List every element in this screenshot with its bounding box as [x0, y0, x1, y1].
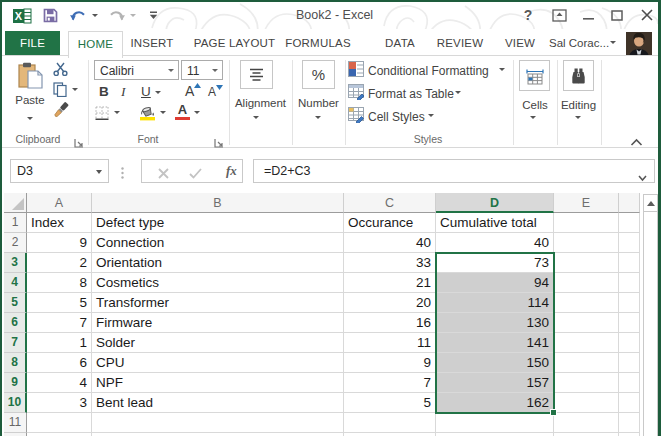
formula-input[interactable]: =D2+C3: [253, 159, 655, 183]
cell-F11[interactable]: [619, 413, 640, 433]
number-button-icon[interactable]: %: [302, 60, 335, 89]
decrease-font-size-button[interactable]: A: [208, 85, 223, 99]
cell-C8[interactable]: 9: [344, 353, 436, 373]
name-box-caret[interactable]: [96, 170, 102, 174]
copy-dropdown-caret[interactable]: [72, 88, 78, 91]
tab-page-layout[interactable]: PAGE LAYOUT: [188, 31, 281, 55]
account-dropdown-caret[interactable]: [610, 41, 616, 44]
clipboard-dialog-launcher-icon[interactable]: [74, 134, 84, 144]
editing-dropdown-caret[interactable]: [575, 116, 581, 119]
cell-E10[interactable]: [554, 393, 619, 413]
cell-B7[interactable]: Solder: [92, 333, 344, 353]
font-dialog-launcher-icon[interactable]: [214, 134, 224, 144]
cell-B10[interactable]: Bent lead: [92, 393, 344, 413]
alignment-dropdown-caret[interactable]: [253, 116, 259, 119]
cell-E4[interactable]: [554, 273, 619, 293]
cell-C11[interactable]: [344, 413, 436, 433]
cell-B8[interactable]: CPU: [92, 353, 344, 373]
cell-B3[interactable]: Orientation: [92, 253, 344, 273]
expand-formula-bar-icon[interactable]: [638, 168, 647, 186]
cancel-icon[interactable]: [158, 165, 169, 183]
redo-dropdown-caret[interactable]: [128, 6, 138, 25]
enter-icon[interactable]: [189, 165, 202, 183]
cell-A7[interactable]: 1: [27, 333, 92, 353]
cell-B1[interactable]: Defect type: [92, 213, 344, 233]
column-header-B[interactable]: B: [92, 193, 344, 213]
cell-E6[interactable]: [554, 313, 619, 333]
scrollbar-thumb[interactable]: [644, 213, 657, 436]
column-header-partial[interactable]: [619, 193, 640, 213]
copy-icon[interactable]: [53, 82, 68, 101]
fill-color-button-icon[interactable]: [139, 104, 156, 125]
tab-view[interactable]: VIEW: [500, 31, 540, 55]
cell-C3[interactable]: 33: [344, 253, 436, 273]
cell-E1[interactable]: [554, 213, 619, 233]
insert-function-icon[interactable]: fx: [226, 163, 237, 179]
cell-D1[interactable]: Cumulative total: [436, 213, 554, 233]
cell-D8[interactable]: 150: [436, 353, 554, 373]
cell-F3[interactable]: [619, 253, 640, 273]
font-size-combobox[interactable]: 11: [181, 60, 223, 80]
cell-F8[interactable]: [619, 353, 640, 373]
minimize-button[interactable]: [580, 2, 596, 28]
cells-group-button-label[interactable]: Cells: [513, 99, 557, 111]
cell-C1[interactable]: Occurance: [344, 213, 436, 233]
account-name[interactable]: Sal Corac...: [549, 31, 609, 55]
format-painter-icon[interactable]: [52, 102, 70, 123]
tab-file[interactable]: FILE: [5, 31, 60, 56]
cell-B5[interactable]: Transformer: [92, 293, 344, 313]
row-header-10[interactable]: 10: [4, 393, 27, 413]
cell-A5[interactable]: 5: [27, 293, 92, 313]
cell-B4[interactable]: Cosmetics: [92, 273, 344, 293]
cell-E5[interactable]: [554, 293, 619, 313]
editing-group-button-label[interactable]: Editing: [555, 99, 602, 111]
cell-D2[interactable]: 40: [436, 233, 554, 253]
font-name-combobox[interactable]: Calibri: [94, 60, 179, 80]
cell-E11[interactable]: [554, 413, 619, 433]
cell-E2[interactable]: [554, 233, 619, 253]
cell-D4[interactable]: 94: [436, 273, 554, 293]
cell-D7[interactable]: 141: [436, 333, 554, 353]
help-button[interactable]: ?: [520, 2, 536, 28]
number-group-button-label[interactable]: Number: [292, 97, 345, 109]
cell-D10[interactable]: 162: [436, 393, 554, 413]
save-icon[interactable]: [41, 6, 59, 25]
cell-F2[interactable]: [619, 233, 640, 253]
cell-A9[interactable]: 4: [27, 373, 92, 393]
customize-quick-access-toolbar-icon[interactable]: [146, 6, 160, 25]
cell-A2[interactable]: 9: [27, 233, 92, 253]
cell-C9[interactable]: 7: [344, 373, 436, 393]
fill-color-dropdown-caret[interactable]: [160, 111, 166, 114]
cell-styles-caret[interactable]: [428, 114, 434, 117]
cut-icon[interactable]: [53, 62, 69, 80]
fill-handle[interactable]: [550, 409, 557, 416]
row-header-6[interactable]: 6: [4, 313, 27, 333]
cell-F10[interactable]: [619, 393, 640, 413]
cell-E3[interactable]: [554, 253, 619, 273]
cells-button-icon[interactable]: [519, 60, 550, 91]
cell-D5[interactable]: 114: [436, 293, 554, 313]
cell-F5[interactable]: [619, 293, 640, 313]
tab-review[interactable]: REVIEW: [433, 31, 487, 55]
close-button[interactable]: [639, 2, 655, 28]
cell-B11[interactable]: [92, 413, 344, 433]
alignment-group-button-label[interactable]: Alignment: [229, 97, 292, 109]
scroll-up-button[interactable]: [644, 195, 657, 212]
row-header-2[interactable]: 2: [4, 233, 27, 253]
column-header-A[interactable]: A: [27, 193, 92, 213]
format-as-table-icon[interactable]: [348, 84, 364, 104]
redo-button[interactable]: [107, 6, 127, 25]
tab-home[interactable]: HOME: [68, 31, 123, 58]
row-header-3[interactable]: 3: [4, 253, 27, 273]
cell-F7[interactable]: [619, 333, 640, 353]
cell-C10[interactable]: 5: [344, 393, 436, 413]
cell-D11[interactable]: [436, 413, 554, 433]
underline-button[interactable]: U: [141, 84, 151, 99]
cell-D9[interactable]: 157: [436, 373, 554, 393]
cell-styles-button[interactable]: Cell Styles: [368, 110, 425, 124]
formula-bar-drag-handle[interactable]: [121, 166, 124, 178]
row-header-11[interactable]: 11: [4, 413, 27, 433]
cells-dropdown-caret[interactable]: [530, 116, 536, 119]
conditional-formatting-button[interactable]: Conditional Formatting: [368, 64, 489, 78]
ribbon-display-options-icon[interactable]: [550, 2, 568, 28]
